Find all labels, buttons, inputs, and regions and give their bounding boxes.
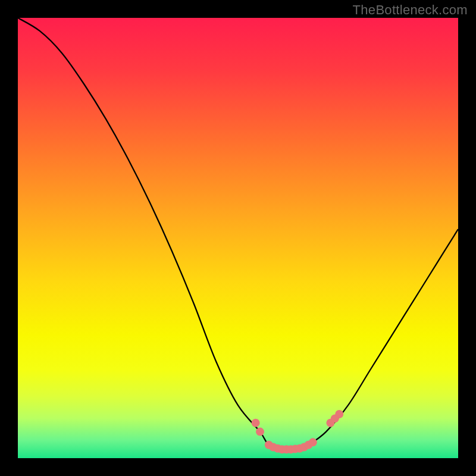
watermark-text: TheBottleneck.com: [353, 2, 468, 18]
bottleneck-chart: [18, 18, 458, 458]
chart-marker: [252, 419, 260, 427]
chart-marker: [256, 428, 264, 436]
chart-stage: TheBottleneck.com: [0, 0, 476, 476]
chart-marker: [309, 438, 317, 446]
chart-marker: [335, 410, 343, 418]
